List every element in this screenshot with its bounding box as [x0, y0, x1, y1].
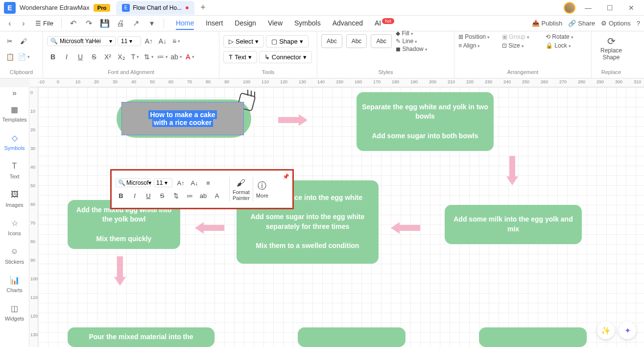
float-size-select[interactable]: 11 ▾ [154, 178, 172, 187]
tab-symbols[interactable]: Symbols [294, 17, 321, 30]
shape-tool-button[interactable]: ▢ Shape ▾ [266, 35, 309, 48]
increase-font-button[interactable]: A↑ [143, 35, 155, 47]
subscript-button[interactable]: X₂ [116, 51, 127, 63]
replace-shape-button[interactable]: ⟳ Replace Shape [596, 33, 627, 63]
align-menu-button[interactable]: ≡ Align [458, 42, 500, 49]
line-button[interactable]: ✎ Line [396, 38, 428, 45]
expand-sidebar-button[interactable]: » [0, 87, 29, 99]
sidebar-item-widgets[interactable]: ◫Widgets [0, 298, 29, 326]
options-button[interactable]: ⚙ Options [601, 20, 631, 27]
help-button[interactable]: ? [637, 20, 640, 27]
font-color-button[interactable]: A [184, 51, 196, 63]
cut-button[interactable]: ✂ [4, 35, 16, 47]
float-bold[interactable]: B [116, 190, 126, 201]
float-decrease-font[interactable]: A↓ [189, 177, 200, 188]
select-tool-button[interactable]: ▷ Select ▾ [223, 35, 264, 48]
float-format-painter[interactable]: 🖌Format Painter [233, 178, 250, 201]
sidebar-item-images[interactable]: 🖼Images [0, 184, 29, 213]
lock-button[interactable]: 🔒 Lock [546, 42, 587, 49]
size-menu-button[interactable]: ⊡ Size [502, 42, 544, 49]
tab-ai[interactable]: AIhot [375, 17, 394, 30]
sidebar-item-templates[interactable]: ▦Templates [0, 99, 29, 127]
flowchart-box[interactable] [298, 327, 405, 347]
font-select[interactable]: 🔍 Microsoft YaHei ▾ [47, 36, 116, 46]
canvas[interactable]: How to make a cakewith a rice cooker Sep… [38, 87, 644, 347]
minimize-button[interactable]: — [579, 1, 597, 15]
decrease-font-button[interactable]: A↓ [157, 35, 168, 47]
add-tab-button[interactable]: + [200, 2, 206, 13]
undo-button[interactable]: ↶ [67, 18, 80, 29]
tab-home[interactable]: Home [176, 17, 194, 30]
text-editing-box[interactable]: How to make a cakewith a rice cooker [121, 102, 244, 135]
italic-button[interactable]: I [61, 51, 72, 63]
file-menu-button[interactable]: ☰ File [31, 18, 57, 29]
float-align[interactable]: ≡ [203, 177, 214, 188]
tab-insert[interactable]: Insert [206, 17, 223, 30]
align-button[interactable]: ≡ [170, 35, 182, 47]
flow-arrow[interactable] [195, 222, 224, 234]
user-avatar[interactable] [564, 2, 575, 14]
style-preset-3[interactable]: Abc [371, 34, 392, 48]
sidebar-item-text[interactable]: TText [0, 156, 29, 184]
flow-arrow[interactable] [278, 114, 308, 126]
rotate-button[interactable]: ⟲ Rotate [546, 33, 587, 40]
float-more-button[interactable]: ⓘMore [256, 180, 268, 198]
tab-design[interactable]: Design [235, 17, 256, 30]
style-preset-1[interactable]: Abc [321, 34, 342, 48]
redo-button[interactable]: ↷ [82, 18, 96, 29]
export-button[interactable]: ↗ [129, 18, 143, 29]
maximize-button[interactable]: ☐ [601, 1, 619, 15]
sidebar-item-icons[interactable]: ☆Icons [0, 213, 29, 241]
float-case[interactable]: ab [198, 190, 209, 201]
float-line-spacing[interactable]: ⇅ [170, 190, 181, 201]
back-button[interactable]: ‹ [4, 18, 16, 29]
fill-button[interactable]: ◆ Fill [396, 30, 428, 37]
sidebar-item-stickers[interactable]: ☺Stickers [0, 241, 29, 270]
close-button[interactable]: ✕ [622, 1, 640, 15]
text-case-button[interactable]: ab [170, 51, 182, 63]
pin-toolbar-button[interactable]: 📌 [283, 174, 289, 180]
share-button[interactable]: 🔗 Share [568, 20, 595, 27]
float-strike[interactable]: S [157, 190, 167, 201]
ai-assist-button[interactable]: ✨ [597, 322, 615, 339]
superscript-button[interactable]: X² [102, 51, 114, 63]
document-tab[interactable]: E Flow Chart of Ho... [116, 1, 194, 15]
tab-view[interactable]: View [268, 17, 283, 30]
float-italic[interactable]: I [129, 190, 140, 201]
bullet-list-button[interactable]: ≔ [157, 51, 168, 63]
text-tool-button[interactable]: T Text ▾ [223, 51, 257, 63]
float-font-color[interactable]: A [212, 190, 222, 201]
float-bullets[interactable]: ≔ [184, 190, 195, 201]
flow-arrow[interactable] [391, 222, 420, 234]
float-underline[interactable]: U [143, 190, 154, 201]
paste-button[interactable]: 📄 [18, 51, 30, 63]
group-button[interactable]: ▣ Group [502, 33, 544, 40]
flowchart-box[interactable]: Separate the egg white and yolk in two b… [357, 92, 494, 151]
flow-arrow[interactable] [506, 156, 518, 185]
format-painter-button[interactable]: 🖌 [18, 35, 29, 47]
qat-dropdown[interactable]: ▾ [145, 18, 159, 29]
position-button[interactable]: ⊞ Position [458, 33, 500, 40]
bold-button[interactable]: B [47, 51, 59, 63]
forward-button[interactable]: › [18, 18, 29, 29]
flowchart-box[interactable]: Add some milk into the egg yolk and mix [445, 205, 582, 244]
tab-advanced[interactable]: Advanced [333, 17, 363, 30]
sidebar-item-symbols[interactable]: ◇Symbols [0, 127, 29, 156]
save-button[interactable]: 💾 [98, 18, 112, 29]
text-direction-button[interactable]: T [129, 51, 141, 63]
underline-button[interactable]: U [74, 51, 86, 63]
print-button[interactable]: 🖨 [114, 18, 127, 29]
strikethrough-button[interactable]: S [88, 51, 100, 63]
copy-button[interactable]: 📋 [4, 51, 16, 63]
sidebar-item-charts[interactable]: 📊Charts [0, 270, 29, 298]
shadow-button[interactable]: ◼ Shadow [396, 46, 428, 52]
line-spacing-button[interactable]: ⇅ [143, 51, 155, 63]
font-size-select[interactable]: 11 ▾ [118, 36, 141, 46]
flow-arrow[interactable] [114, 256, 126, 286]
connector-tool-button[interactable]: ↳ Connector ▾ [259, 51, 312, 63]
magic-button[interactable]: ✦ [619, 322, 636, 339]
flowchart-box[interactable] [479, 327, 587, 347]
float-font-select[interactable]: 🔍Microsof ▾ [116, 178, 151, 187]
float-increase-font[interactable]: A↑ [175, 177, 186, 188]
flowchart-box[interactable]: Pour the mixed material into the [68, 327, 215, 347]
